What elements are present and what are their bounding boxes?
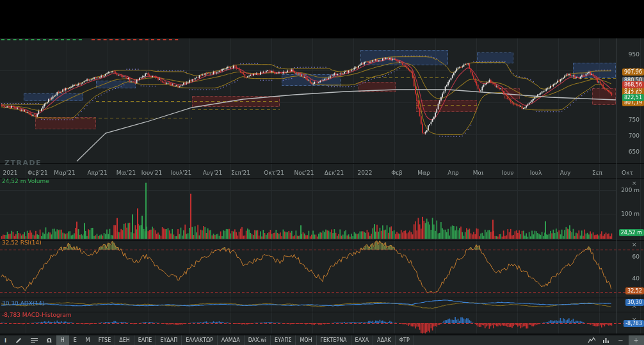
x-axis-label: Νοε'21 [290,170,318,176]
platform-watermark: ZTRADE [4,159,42,167]
volume-axis-tick: 100 m [621,211,640,217]
x-axis-label: Οκτ [613,170,641,176]
timeframe-Μ-button[interactable]: Μ [81,335,95,345]
ticker-tab-ΑΔΑΚ[interactable]: ΑΔΑΚ [373,335,396,345]
draw-icon[interactable] [11,335,26,345]
x-axis-label: Αυγ'21 [198,170,227,176]
info-icon[interactable]: i [0,335,11,345]
x-axis-label: Απρ [439,170,467,176]
x-axis-label: Μαι [464,170,492,176]
top-letterbox [0,0,644,38]
zoom-out-button[interactable]: − [613,335,628,345]
price-axis-tick: 700 [629,132,640,139]
ticker-tab-ΛΑΜΔΑ[interactable]: ΛΑΜΔΑ [218,335,245,345]
x-axis-label: 2022 [351,170,379,176]
x-axis-label: Απρ'21 [83,170,111,176]
x-axis-label: Δεκ'21 [320,170,348,176]
x-axis-label: Ιουλ [522,170,550,176]
x-axis-label: Φεβ [383,170,411,176]
chart-area: ZTRADE 24,52 m Volume 32,52 RSI(14) 30,3… [0,38,644,335]
x-axis-label: Ιουν [494,170,522,176]
macd-badge: -8,783 [624,320,644,327]
price-badge: 868,56 [622,81,644,88]
ticker-tab-ΕΛΧΑ[interactable]: ΕΛΧΑ [351,335,373,345]
bottom-toolbar: iΩΗΕΜFTSEΔΕΗΕΛΠΕΕΥΔΑΠΕΛΛΑΚΤΩΡΛΑΜΔΑDAX.wi… [0,335,644,345]
x-axis-label: Μαρ [410,170,438,176]
ticker-tab-DAX.wi[interactable]: DAX.wi [245,335,271,345]
x-axis-label: Ιουν'21 [138,170,166,176]
ticker-tab-ΔΕΗ[interactable]: ΔΕΗ [115,335,134,345]
x-axis-label: Οκτ'21 [260,170,288,176]
rsi-axis-tick: 40 [632,275,640,282]
indicator-list-icon[interactable] [26,335,42,345]
adx-pane-label: 30,30 ADX(14) [2,300,44,307]
ticker-tab-FTSE[interactable]: FTSE [95,335,115,345]
close-rsi-pane-button[interactable]: × [632,242,637,248]
x-axis-label: Φεβ'21 [24,170,52,176]
line-chart-icon[interactable] [584,335,599,345]
ticker-tab-ΓΕΚΤΕΡΝΑ[interactable]: ΓΕΚΤΕΡΝΑ [317,335,351,345]
x-axis-label: Μαρ'21 [51,170,79,176]
volume-pane-label: 24,52 m Volume [2,178,49,184]
timeframe-Η-button[interactable]: Η [56,335,69,345]
x-axis-label: Ιουλ'21 [167,170,195,176]
volume-badge: 24,52 m [619,229,644,236]
x-axis-label: Μαι'21 [112,170,140,176]
zoom-in-button[interactable]: + [629,335,644,345]
price-axis-tick: 950 [629,51,640,58]
adx-badge: 30,30 [625,299,644,306]
ticker-tab-ΦΤΡ[interactable]: ΦΤΡ [396,335,414,345]
price-axis-tick: 750 [629,116,640,123]
price-badge: 907,96 [622,68,644,76]
rsi-badge: 32,52 [625,287,644,294]
ticker-tab-ΕΛΛΑΚΤΩΡ[interactable]: ΕΛΛΑΚΤΩΡ [182,335,218,345]
rsi-pane-label: 32,52 RSI(14) [2,239,42,246]
x-axis-label: 2021 [0,170,24,176]
bar-chart-icon[interactable] [599,335,613,345]
price-axis-tick: 650 [629,148,640,155]
price-badge: 822,51 [622,94,644,101]
ticker-tab-ΕΥΑΠΣ[interactable]: ΕΥΑΠΣ [271,335,296,345]
omega-icon[interactable]: Ω [42,335,56,345]
price-chart-canvas[interactable] [0,38,644,335]
x-axis-label: Αυγ [551,170,579,176]
x-axis-label: Σεπ'21 [227,170,255,176]
rsi-axis-tick: 60 [632,253,640,260]
volume-axis-tick: 200 m [621,187,640,193]
trading-app-window: ZTRADE 24,52 m Volume 32,52 RSI(14) 30,3… [0,0,644,345]
ticker-tab-ΕΥΔΑΠ[interactable]: ΕΥΔΑΠ [156,335,182,345]
ticker-tab-ΜΟΗ[interactable]: ΜΟΗ [296,335,316,345]
timeframe-Ε-button[interactable]: Ε [69,335,81,345]
x-axis-label: Σεπ [583,170,611,176]
macd-pane-label: -8,783 MACD-Histogram [2,312,72,318]
ticker-tab-ΕΛΠΕ[interactable]: ΕΛΠΕ [134,335,157,345]
close-volume-pane-button[interactable]: × [632,181,637,186]
